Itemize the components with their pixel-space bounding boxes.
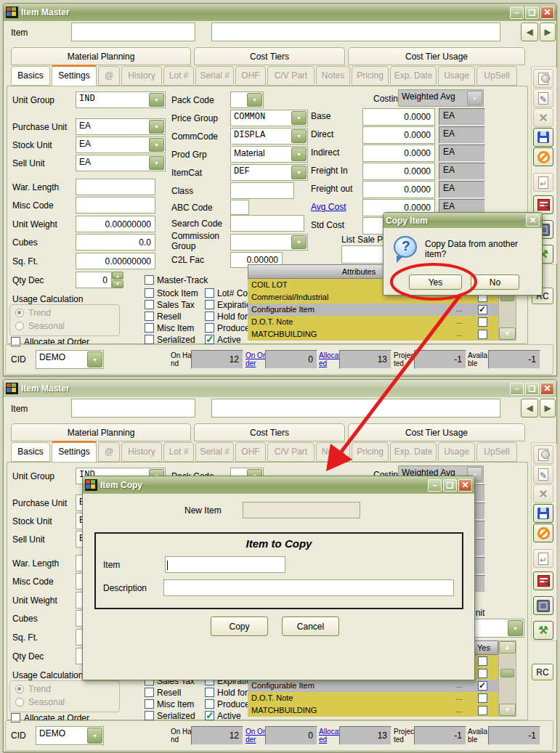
tab-cost-tier-usage[interactable]: Cost Tier Usage: [348, 423, 525, 441]
attribute-more-button[interactable]: ...: [449, 680, 469, 692]
freight-out-input[interactable]: [362, 181, 435, 198]
rc-button[interactable]: RC: [532, 664, 553, 680]
copy-description-input[interactable]: [163, 579, 454, 596]
produce-checkbox[interactable]: [205, 699, 214, 709]
cid-combo[interactable]: DEMO▼: [36, 350, 104, 369]
dropdown-arrow-icon[interactable]: ▼: [291, 111, 307, 125]
attribute-row[interactable]: Configurable Item: [248, 304, 449, 316]
on-order-link[interactable]: On Order: [245, 351, 267, 367]
cid-combo[interactable]: DEMO▼: [36, 726, 104, 745]
dropdown-arrow-icon[interactable]: ▼: [149, 93, 164, 107]
tab-material-planning[interactable]: Material Planning: [11, 423, 191, 441]
dropdown-arrow-icon[interactable]: ▼: [149, 156, 164, 170]
resell-checkbox[interactable]: [145, 312, 154, 321]
allocated-link[interactable]: Allocated: [319, 728, 341, 744]
maximize-button[interactable]: ❑: [525, 383, 539, 395]
sale-unit-combo[interactable]: ▼: [466, 619, 524, 638]
save-icon[interactable]: [533, 128, 553, 147]
commission-group-combo[interactable]: ▼: [230, 234, 308, 251]
scroll-up-icon[interactable]: ▲: [499, 641, 516, 654]
hold-for-inspection-checkbox[interactable]: [205, 312, 214, 321]
search-code-input[interactable]: [230, 215, 304, 232]
notes-book-icon[interactable]: ✎: [533, 571, 553, 590]
cancel-icon[interactable]: [533, 147, 553, 166]
attribute-more-button[interactable]: ...: [449, 692, 469, 704]
minimize-button[interactable]: –: [510, 383, 524, 395]
spinner-down-icon[interactable]: ▼: [112, 280, 123, 288]
copy-button[interactable]: Copy: [211, 616, 268, 636]
minimize-button[interactable]: –: [428, 479, 442, 492]
war-length-input[interactable]: [76, 179, 155, 195]
copy-item-input[interactable]: [165, 556, 285, 573]
qty-dec-spinner[interactable]: ▲ ▼: [112, 272, 123, 288]
attribute-checkbox[interactable]: [478, 681, 487, 691]
stock-unit-combo[interactable]: EA▼: [76, 137, 166, 153]
dropdown-arrow-icon[interactable]: ▼: [87, 351, 102, 367]
freight-in-input[interactable]: [362, 163, 435, 180]
safe-icon[interactable]: [533, 596, 553, 615]
close-button[interactable]: ✕: [540, 7, 554, 19]
active-checkbox[interactable]: [205, 711, 214, 720]
active-checkbox[interactable]: [205, 335, 214, 344]
attribute-more-button[interactable]: ...: [449, 328, 469, 341]
dropdown-arrow-icon[interactable]: ▼: [291, 166, 307, 179]
pack-code-combo[interactable]: ▼: [230, 91, 264, 108]
stock-item-checkbox[interactable]: [145, 288, 154, 298]
misc-item-checkbox[interactable]: [145, 699, 154, 709]
misc-item-checkbox[interactable]: [145, 323, 154, 333]
hammer-icon[interactable]: ⚒: [533, 621, 553, 640]
next-record-button[interactable]: ▶: [540, 23, 556, 41]
prev-record-button[interactable]: ◀: [521, 23, 538, 41]
sq-ft-input[interactable]: [76, 253, 155, 269]
indirect-cost-input[interactable]: [362, 145, 435, 162]
close-button[interactable]: ✕: [458, 479, 472, 492]
attribute-row[interactable]: MATCHBUILDING: [248, 704, 449, 717]
scroll-down-icon[interactable]: ▼: [499, 704, 516, 716]
attribute-more-button[interactable]: ...: [449, 316, 469, 328]
minimize-button[interactable]: –: [510, 7, 524, 19]
attribute-checkbox[interactable]: [478, 330, 487, 339]
item-cat-combo[interactable]: DEF▼: [230, 164, 308, 181]
prod-grp-combo[interactable]: Material▼: [230, 146, 308, 163]
tab-cost-tiers[interactable]: Cost Tiers: [194, 423, 345, 441]
attribute-row[interactable]: D.O.T. Note: [248, 316, 449, 328]
avg-cost-link[interactable]: Avg Cost: [311, 202, 346, 212]
close-icon[interactable]: ✕: [526, 214, 540, 227]
on-order-link[interactable]: On Order: [245, 728, 267, 744]
attribute-row[interactable]: D.O.T. Note: [248, 692, 449, 704]
edit-page-icon[interactable]: ✎: [533, 89, 553, 107]
misc-code-input[interactable]: [76, 197, 155, 213]
allocated-link[interactable]: Allocated: [319, 351, 341, 367]
next-record-button[interactable]: ▶: [540, 399, 556, 418]
base-cost-input[interactable]: [362, 108, 435, 126]
item-description-input[interactable]: [211, 399, 500, 418]
unit-group-combo[interactable]: IND▼: [76, 91, 166, 108]
attribute-checkbox[interactable]: [478, 706, 487, 715]
unit-weight-input[interactable]: [76, 216, 155, 232]
close-button[interactable]: ✕: [540, 383, 554, 395]
item-code-input[interactable]: [71, 399, 195, 418]
tab-settings[interactable]: Settings: [52, 441, 97, 463]
item-code-input[interactable]: [71, 23, 195, 41]
dropdown-arrow-icon[interactable]: ▼: [291, 235, 307, 249]
attribute-checkbox[interactable]: [478, 656, 487, 666]
sell-unit-combo[interactable]: EA▼: [76, 155, 166, 171]
dropdown-arrow-icon[interactable]: ▼: [149, 120, 164, 134]
attribute-checkbox[interactable]: [478, 305, 487, 314]
tab-material-planning[interactable]: Material Planning: [11, 47, 191, 65]
attribute-more-button[interactable]: ...: [449, 704, 469, 717]
expiration-date-checkbox[interactable]: [205, 300, 214, 309]
save-icon[interactable]: [533, 504, 553, 523]
direct-cost-input[interactable]: [362, 126, 435, 144]
attribute-more-button[interactable]: ...: [449, 304, 469, 316]
cubes-input[interactable]: [76, 234, 155, 251]
cancel-icon[interactable]: [533, 524, 553, 542]
sales-tax-checkbox[interactable]: [145, 300, 154, 309]
scroll-thumb[interactable]: [500, 669, 514, 677]
tab-basics[interactable]: Basics: [11, 66, 50, 86]
tab-cost-tiers[interactable]: Cost Tiers: [194, 47, 345, 65]
serialized-checkbox[interactable]: [145, 711, 154, 720]
qty-dec-input[interactable]: [76, 272, 112, 288]
lot-control-checkbox[interactable]: [205, 288, 214, 298]
tab-settings[interactable]: Settings: [52, 65, 97, 86]
